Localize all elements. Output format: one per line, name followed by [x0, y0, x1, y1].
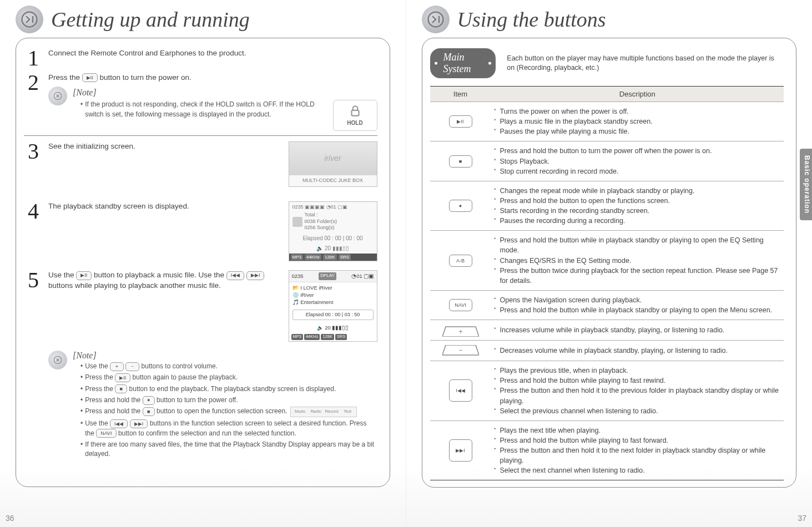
- svg-text:＋: ＋: [457, 327, 464, 335]
- inline-button-icon: －: [125, 362, 139, 371]
- col-desc: Description: [491, 87, 784, 102]
- button-icon: NAVI: [449, 299, 472, 311]
- table-row: ＋Increases volume while in playback stan…: [430, 320, 784, 341]
- button-icon: ▶▶I: [449, 439, 472, 462]
- inline-button-icon: NAVI: [96, 429, 116, 438]
- note-text: If the product is not responding, check …: [73, 100, 377, 119]
- inline-button-icon: ●: [143, 396, 155, 405]
- note2-item: Press and hold the ● button to turn the …: [80, 396, 377, 405]
- svg-text:－: －: [457, 346, 464, 354]
- inline-button-icon: ▶▶I: [130, 419, 148, 428]
- page-left: Getting up and running 1 Connect the Rem…: [0, 0, 406, 527]
- header-icon-left: [16, 6, 43, 33]
- note-icon: [48, 87, 67, 105]
- table-row: ●Changes the repeat mode while in playba…: [430, 181, 784, 231]
- item-cell: I◀◀: [430, 361, 491, 421]
- volume-up-icon: ＋: [442, 325, 479, 336]
- function-select-screenshot: MusicRadioRecordText: [290, 407, 357, 417]
- desc-point: Opens the Navigation screen during playb…: [495, 295, 781, 305]
- item-cell: ▶II: [430, 102, 491, 141]
- desc-point: Select the next channel when listening t…: [495, 465, 781, 475]
- table-row: ▶▶IPlays the next title when playing.Pre…: [430, 420, 784, 480]
- desc-point: Press the button and then hold it to the…: [495, 445, 781, 465]
- note-block-2: [Note] Use the ＋ － buttons to control vo…: [48, 351, 377, 461]
- desc-point: Press the button and then hold it to the…: [495, 386, 781, 406]
- desc-point: Press and hold the button while playing …: [495, 435, 781, 445]
- table-row: ▶IITurns the power on when the power is …: [430, 102, 784, 141]
- header-icon-right: [422, 6, 450, 33]
- inline-button-icon: ＋: [110, 362, 124, 371]
- item-cell: A-B: [430, 231, 491, 291]
- desc-cell: Opens the Navigation screen during playb…: [491, 290, 784, 320]
- screenshot-standby: 0235 ▣▣▣▣ ◔01 ▢▣ Total : 0038 Folder(s) …: [289, 201, 377, 261]
- table-row: A-BPress and hold the button while in pl…: [430, 231, 784, 291]
- desc-point: Pauses the play while playing a music fi…: [495, 126, 781, 136]
- play-pause-icon: ▶II: [76, 271, 92, 280]
- desc-point: Press and hold the button while playing …: [495, 376, 781, 386]
- step-text: 0235 DPLAY ◔01 ▢▣ 📂 I LOVE iRiver 💿 iRiv…: [48, 270, 377, 346]
- step-text: iriver MULTI-CODEC JUKE BOX See the init…: [48, 141, 377, 197]
- desc-point: Press and hold the button while in playb…: [495, 305, 781, 315]
- desc-cell: Changes the repeat mode while in playbac…: [491, 181, 784, 231]
- step-num: 2: [24, 73, 43, 131]
- desc-point: Stops Playback.: [495, 156, 781, 166]
- step-num: 4: [24, 201, 43, 266]
- desc-cell: Plays the previous title, when in playba…: [491, 361, 784, 421]
- item-cell: ＋: [430, 320, 491, 341]
- volume-down-icon: －: [442, 345, 479, 356]
- step-1: 1 Connect the Remote Control and Earphon…: [24, 48, 377, 68]
- desc-point: Decreases volume while in playback stand…: [495, 346, 781, 356]
- button-icon: ■: [449, 155, 472, 168]
- note2-item: Press the ▶II button again to pause the …: [80, 373, 377, 382]
- step-num: 1: [24, 48, 43, 68]
- left-content-frame: 1 Connect the Remote Control and Earphon…: [16, 38, 390, 487]
- play-pause-icon: ▶II: [82, 73, 98, 82]
- note-title: [Note]: [73, 351, 377, 361]
- desc-cell: Plays the next title when playing.Press …: [491, 420, 784, 480]
- buttons-table: Item Description ▶IITurns the power on w…: [430, 86, 784, 480]
- note2-item: Use the ＋ － buttons to control volume.: [80, 362, 377, 371]
- hold-label: HOLD: [347, 119, 362, 127]
- screenshot-playback: 0235 DPLAY ◔01 ▢▣ 📂 I LOVE iRiver 💿 iRiv…: [289, 270, 377, 342]
- desc-point: Increases volume while in playback stand…: [495, 325, 781, 335]
- step-num: 5: [24, 270, 43, 346]
- item-cell: ▶▶I: [430, 420, 491, 480]
- table-row: I◀◀Plays the previous title, when in pla…: [430, 361, 784, 421]
- page-right: Using the buttons Main System Each butto…: [406, 0, 813, 527]
- desc-point: Pauses the recording during a recording.: [495, 216, 781, 226]
- right-header: Using the buttons: [422, 6, 797, 33]
- desc-point: Press and hold the button while in playb…: [495, 235, 781, 255]
- note2-item: If there are too many saved files, the t…: [80, 440, 377, 459]
- main-system-pill: Main System: [430, 48, 496, 78]
- item-cell: NAVI: [430, 290, 491, 320]
- desc-point: Plays the next title when playing.: [495, 425, 781, 435]
- inline-button-icon: I◀◀: [110, 419, 128, 428]
- desc-cell: Increases volume while in playback stand…: [491, 320, 784, 341]
- step-text: Connect the Remote Control and Earphones…: [48, 48, 377, 68]
- button-icon: A-B: [449, 255, 472, 267]
- right-title: Using the buttons: [457, 7, 606, 32]
- desc-point: Changes EQ/SRS in the EQ Setting mode.: [495, 256, 781, 266]
- main-system-desc: Each button on the player may have multi…: [507, 54, 784, 73]
- left-title: Getting up and running: [51, 7, 250, 32]
- item-cell: ■: [430, 141, 491, 181]
- hold-badge: HOLD: [333, 100, 377, 131]
- note2-list: Use the ＋ － buttons to control volume.Pr…: [73, 362, 377, 459]
- step-text: Press the ▶II button to turn the power o…: [48, 73, 377, 131]
- page-number-right: 37: [798, 514, 806, 523]
- desc-point: Select the previous channel when listeni…: [495, 406, 781, 416]
- desc-point: Turns the power on when the power is off…: [495, 107, 781, 116]
- desc-cell: Press and hold the button while in playb…: [491, 231, 784, 291]
- prev-icon: I◀◀: [226, 271, 245, 280]
- button-icon: ●: [449, 200, 472, 212]
- note2-item: Press the ■ button to end the playback. …: [80, 384, 377, 394]
- side-tab: Basic operation: [800, 149, 812, 220]
- item-cell: －: [430, 341, 491, 361]
- note-title: [Note]: [73, 87, 377, 99]
- step-num: 3: [24, 141, 43, 197]
- item-cell: ●: [430, 181, 491, 231]
- left-header: Getting up and running: [16, 6, 390, 33]
- desc-point: Plays the previous title, when in playba…: [495, 366, 781, 376]
- desc-point: Stop current recording in record mode.: [495, 166, 781, 176]
- desc-point: Press and hold the button to open the fu…: [495, 196, 781, 206]
